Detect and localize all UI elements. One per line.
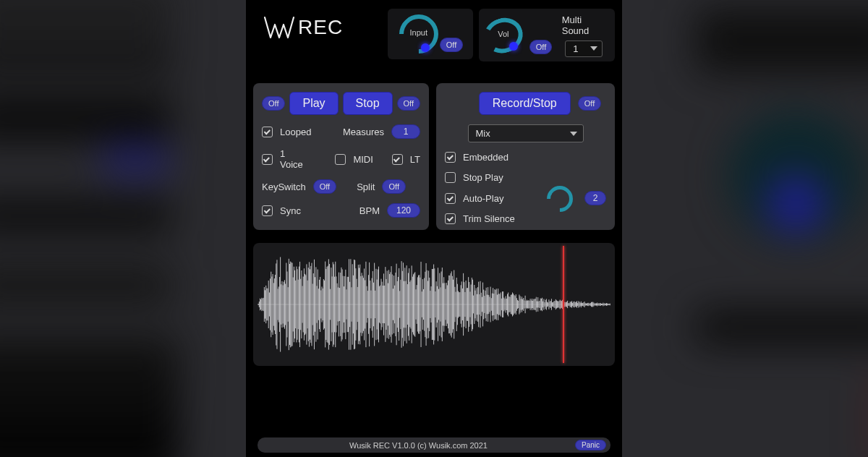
- keyswitch-value[interactable]: Off: [313, 179, 336, 194]
- logo-text: REC: [298, 16, 343, 39]
- panic-button[interactable]: Panic: [575, 440, 606, 450]
- logo: REC: [253, 9, 380, 40]
- waveform-display[interactable]: [253, 243, 615, 366]
- header-knobs: Input Off Vol Off Multi Sound 1: [388, 9, 615, 61]
- one-voice-label: 1 Voice: [280, 148, 311, 170]
- auto-play-label: Auto-Play: [463, 193, 503, 204]
- embedded-checkbox[interactable]: [445, 152, 456, 163]
- input-knob-block: Input Off: [388, 9, 473, 59]
- waveform-svg: [258, 247, 610, 362]
- body-row: Off Play Stop Off Looped Measures 1 1 Vo…: [253, 83, 615, 230]
- multi-sound: Multi Sound 1: [559, 13, 609, 57]
- record-off-toggle[interactable]: Off: [578, 96, 601, 111]
- split-value[interactable]: Off: [382, 179, 405, 194]
- record-mode-select[interactable]: Mix: [468, 124, 584, 142]
- input-off-toggle[interactable]: Off: [440, 38, 463, 52]
- vol-knob[interactable]: Vol: [485, 14, 522, 56]
- stop-play-label: Stop Play: [463, 172, 503, 183]
- midi-label: MIDI: [353, 154, 373, 165]
- vol-knob-label: Vol: [485, 30, 522, 38]
- looped-checkbox[interactable]: [262, 127, 273, 137]
- midi-checkbox[interactable]: [335, 154, 346, 165]
- lt-label: LT: [410, 154, 420, 165]
- footer: Wusik REC V1.0.0 (c) Wusik.com 2021 Pani…: [253, 435, 615, 454]
- embedded-label: Embedded: [463, 152, 509, 163]
- playhead-marker[interactable]: [563, 246, 564, 363]
- playback-card: Off Play Stop Off Looped Measures 1 1 Vo…: [253, 83, 429, 230]
- stop-button[interactable]: Stop: [343, 92, 393, 115]
- input-knob-label: Input: [398, 28, 440, 37]
- play-button[interactable]: Play: [289, 92, 338, 115]
- header: REC Input Off Vol Off Multi Sound: [253, 9, 615, 77]
- multi-sound-label: Multi Sound: [562, 14, 606, 36]
- looped-label: Looped: [280, 127, 311, 137]
- split-label: Split: [357, 181, 375, 192]
- trim-knob[interactable]: [545, 184, 574, 213]
- footer-text: Wusik REC V1.0.0 (c) Wusik.com 2021: [262, 441, 575, 450]
- multi-sound-select[interactable]: 1: [565, 40, 603, 57]
- record-stop-button[interactable]: Record/Stop: [479, 92, 571, 115]
- trim-silence-label: Trim Silence: [463, 213, 515, 224]
- trim-silence-checkbox[interactable]: [445, 213, 456, 224]
- sync-label: Sync: [280, 205, 301, 216]
- play-off-right[interactable]: Off: [397, 96, 420, 111]
- vol-multisound-block: Vol Off Multi Sound 1: [479, 9, 615, 61]
- keyswitch-label: KeySwitch: [262, 181, 306, 192]
- lt-checkbox[interactable]: [392, 154, 403, 165]
- trim-value[interactable]: 2: [584, 191, 606, 205]
- one-voice-checkbox[interactable]: [262, 154, 273, 165]
- bpm-label: BPM: [359, 205, 380, 216]
- measures-value[interactable]: 1: [391, 124, 420, 139]
- stop-play-checkbox[interactable]: [445, 172, 456, 183]
- input-knob[interactable]: Input: [398, 13, 440, 55]
- vol-off-toggle[interactable]: Off: [529, 40, 552, 54]
- sync-checkbox[interactable]: [262, 205, 273, 216]
- measures-label: Measures: [343, 127, 384, 137]
- plugin-panel: REC Input Off Vol Off Multi Sound: [246, 0, 622, 457]
- bpm-value[interactable]: 120: [387, 203, 420, 218]
- auto-play-checkbox[interactable]: [445, 193, 456, 204]
- record-card: Record/Stop Off Mix Embedded Stop Play A…: [436, 83, 615, 230]
- play-off-left[interactable]: Off: [262, 96, 285, 111]
- logo-w-icon: [263, 14, 295, 40]
